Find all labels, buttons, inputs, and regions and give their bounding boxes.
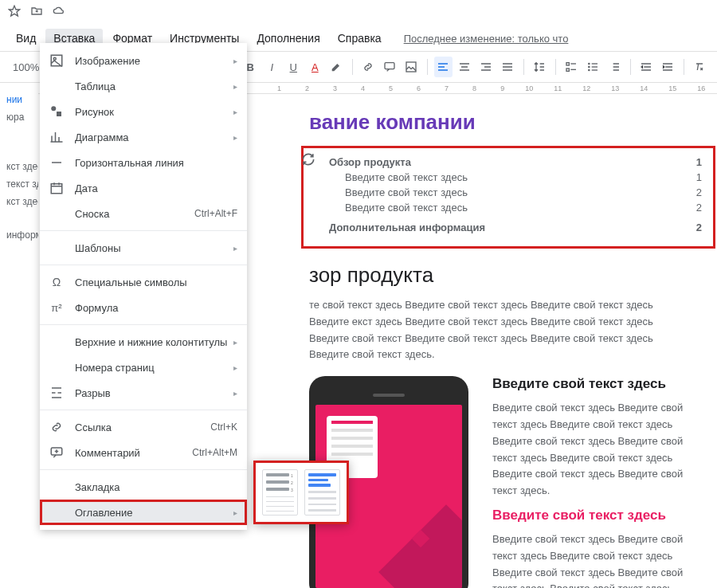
menu-item-закладка[interactable]: Закладка	[40, 474, 247, 500]
comment-button[interactable]	[381, 57, 399, 77]
table-of-contents[interactable]: Обзор продукта1 Введите свой текст здесь…	[301, 146, 715, 249]
menu-item-ссылка[interactable]: СсылкаCtrl+K	[40, 414, 247, 440]
svg-rect-2	[566, 63, 569, 65]
menu-item-label: Комментарий	[75, 447, 192, 459]
blank-icon	[49, 79, 64, 93]
highlight-button[interactable]	[327, 57, 346, 77]
menu-help[interactable]: Справка	[330, 29, 390, 48]
pi-icon: π²	[49, 300, 64, 315]
shortcut-label: Ctrl+Alt+F	[194, 208, 237, 219]
menu-item-label: Номера страниц	[75, 362, 233, 374]
menu-item-label: Рисунок	[75, 106, 233, 118]
menu-item-дата[interactable]: Дата	[40, 175, 247, 201]
last-edit-link[interactable]: Последнее изменение: только что	[404, 33, 569, 45]
menu-item-label: Разрыв	[75, 387, 233, 399]
menu-item-label: Специальные символы	[75, 276, 237, 288]
bullet-list-button[interactable]	[584, 57, 602, 77]
line-spacing-button[interactable]	[531, 57, 549, 77]
outline-item[interactable]: нии	[0, 91, 38, 108]
outline-item[interactable]: кст здес	[0, 193, 38, 210]
toc-style-numbered[interactable]: 1 2 3	[262, 469, 298, 515]
star-icon[interactable]	[8, 5, 21, 21]
text-color-button[interactable]: A	[306, 57, 324, 77]
menu-item-label: Изображение	[75, 55, 233, 67]
chevron-right-icon: ▸	[233, 338, 237, 347]
align-right-button[interactable]	[477, 57, 496, 77]
folder-move-icon[interactable]	[30, 5, 43, 21]
svg-point-4	[589, 63, 590, 64]
menu-item-рисунок[interactable]: Рисунок▸	[40, 99, 247, 124]
chevron-right-icon: ▸	[233, 133, 237, 142]
menu-item-верхние-и-нижние-колонтитулы[interactable]: Верхние и нижние колонтитулы▸	[40, 329, 247, 355]
menu-item-label: Диаграмма	[75, 131, 233, 143]
menu-item-специальные-символы[interactable]: ΩСпециальные символы	[40, 269, 247, 295]
outline-item[interactable]: кст здес	[0, 158, 38, 175]
toc-style-links[interactable]	[304, 469, 340, 515]
zoom-select[interactable]: 100%	[8, 60, 44, 75]
menu-addons[interactable]: Дополнения	[249, 29, 327, 48]
menu-item-разрыв[interactable]: Разрыв▸	[40, 380, 247, 406]
menu-item-таблица[interactable]: Таблица▸	[40, 73, 247, 99]
increase-indent-button[interactable]	[659, 57, 677, 77]
align-justify-button[interactable]	[499, 57, 517, 77]
menu-item-горизонтальная-линия[interactable]: Горизонтальная линия	[40, 150, 247, 175]
toc-entry[interactable]: Дополнительная информация2	[310, 220, 702, 235]
toc-entry[interactable]: Обзор продукта1	[310, 155, 702, 170]
toc-entry[interactable]: Введите свой текст здесь1	[310, 170, 702, 185]
chevron-right-icon: ▸	[233, 389, 237, 398]
clear-format-button[interactable]	[691, 57, 709, 77]
shortcut-label: Ctrl+K	[210, 421, 237, 433]
menu-item-label: Горизонтальная линия	[75, 157, 237, 169]
menu-item-номера-страниц[interactable]: Номера страниц▸	[40, 355, 247, 380]
svg-point-9	[51, 106, 56, 111]
menu-item-label: Дата	[75, 182, 237, 194]
blank-icon	[49, 335, 64, 349]
section-heading-accent: Введите свой текст здесь	[492, 508, 685, 523]
link-icon	[49, 420, 64, 434]
underline-button[interactable]: U	[284, 57, 303, 77]
chevron-right-icon: ▸	[233, 108, 237, 116]
align-left-button[interactable]	[434, 57, 453, 77]
decrease-indent-button[interactable]	[637, 57, 656, 77]
menu-item-изображение[interactable]: Изображение▸	[40, 48, 247, 73]
image-button[interactable]	[402, 57, 421, 77]
image-icon	[49, 53, 64, 68]
blank-icon	[49, 206, 64, 221]
italic-button[interactable]: I	[263, 57, 281, 77]
menu-item-формула[interactable]: π²Формула	[40, 295, 247, 320]
titlebar-icons	[0, 0, 717, 25]
insert-menu-dropdown: Изображение▸Таблица▸Рисунок▸Диаграмма▸Го…	[40, 43, 247, 530]
menu-item-label: Шаблоны	[75, 242, 233, 254]
menu-item-label: Таблица	[75, 80, 233, 92]
blank-icon	[49, 505, 64, 519]
hr-icon	[49, 155, 64, 170]
refresh-icon[interactable]	[300, 151, 316, 167]
outline-item[interactable]: информ	[0, 226, 38, 244]
menu-item-оглавление[interactable]: Оглавление▸	[40, 500, 247, 525]
cloud-icon[interactable]	[53, 5, 65, 21]
menu-view[interactable]: Вид	[8, 29, 44, 48]
link-button[interactable]	[359, 57, 378, 77]
menu-item-label: Закладка	[75, 481, 237, 493]
numbered-list-button[interactable]	[605, 57, 624, 77]
chevron-right-icon: ▸	[233, 244, 237, 253]
menu-item-шаблоны[interactable]: Шаблоны▸	[40, 235, 247, 261]
align-center-button[interactable]	[456, 57, 474, 77]
checklist-button[interactable]	[562, 57, 581, 77]
chevron-right-icon: ▸	[233, 82, 237, 91]
menu-item-label: Ссылка	[75, 421, 210, 433]
drawing-icon	[49, 104, 64, 119]
comment-icon	[49, 445, 64, 460]
menu-item-комментарий[interactable]: КомментарийCtrl+Alt+M	[40, 440, 247, 465]
toc-entry[interactable]: Введите свой текст здесь2	[310, 200, 702, 215]
menu-item-сноска[interactable]: СноскаCtrl+Alt+F	[40, 201, 247, 226]
doc-paragraph: Введите свой текст здесь Введите свой те…	[492, 400, 685, 500]
doc-heading: зор продукта	[309, 263, 685, 288]
toc-submenu: 1 2 3	[253, 461, 349, 524]
outline-item[interactable]: текст зд	[0, 175, 38, 193]
toc-entry[interactable]: Введите свой текст здесь2	[310, 185, 702, 200]
outline-item[interactable]: юра	[0, 108, 38, 126]
shortcut-label: Ctrl+Alt+M	[192, 447, 237, 458]
menu-item-диаграмма[interactable]: Диаграмма▸	[40, 124, 247, 150]
menu-item-label: Формула	[75, 302, 237, 314]
